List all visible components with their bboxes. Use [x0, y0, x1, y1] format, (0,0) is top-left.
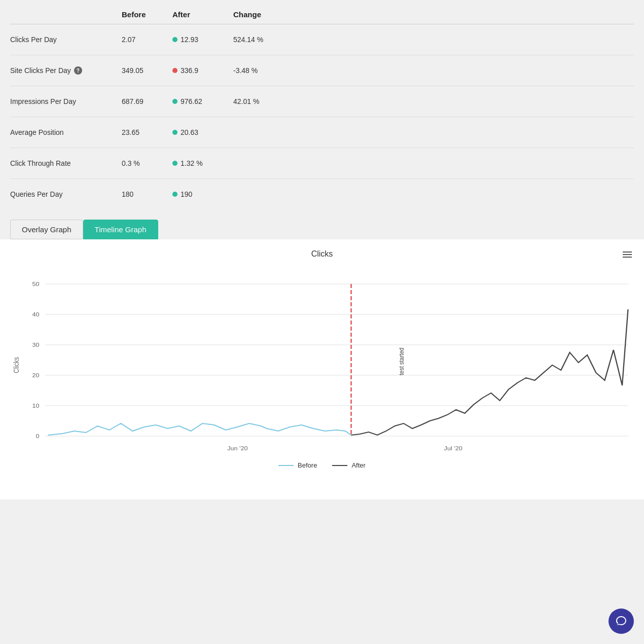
change-value: -3.48 %: [233, 66, 309, 75]
status-dot: [172, 99, 177, 104]
tabs-bar: Overlay Graph Timeline Graph: [0, 220, 644, 239]
change-value: 42.01 %: [233, 97, 309, 105]
table-header: Before After Change: [10, 5, 634, 24]
legend-before-label: Before: [298, 461, 317, 469]
status-dot: [172, 68, 177, 73]
metric-name: Queries Per Day: [10, 190, 122, 198]
before-value: 0.3 %: [122, 159, 172, 167]
header-after: After: [172, 10, 233, 19]
legend-after: After: [332, 461, 365, 469]
table-row: Impressions Per Day687.69976.6242.01 %: [10, 86, 634, 117]
menu-line-3: [623, 257, 632, 258]
after-value: 12.93: [172, 35, 233, 44]
metric-name: Clicks Per Day: [10, 35, 122, 44]
tabs-section: Overlay Graph Timeline Graph: [0, 209, 644, 239]
status-dot: [172, 161, 177, 166]
metric-name: Average Position: [10, 128, 122, 136]
before-value: 687.69: [122, 97, 172, 105]
chart-area: Clicks 0 10 20 30 40 50 Jun '20 Jul '20 …: [10, 264, 634, 456]
help-icon[interactable]: ?: [74, 66, 82, 75]
svg-text:test started: test started: [398, 348, 405, 375]
legend-before-line: [278, 465, 294, 466]
table-row: Site Clicks Per Day?349.05336.9-3.48 %: [10, 55, 634, 86]
svg-text:Clicks: Clicks: [12, 357, 20, 373]
table-row: Clicks Per Day2.0712.93524.14 %: [10, 24, 634, 55]
before-value: 349.05: [122, 66, 172, 75]
menu-line-1: [623, 252, 632, 253]
svg-text:20: 20: [32, 372, 39, 379]
svg-text:Jul '20: Jul '20: [444, 445, 463, 452]
after-value: 190: [172, 190, 233, 198]
change-value: 524.14 %: [233, 35, 309, 44]
after-value: 1.32 %: [172, 159, 233, 167]
legend-before: Before: [278, 461, 317, 469]
chart-menu-button[interactable]: [621, 249, 634, 260]
metric-name: Impressions Per Day: [10, 97, 122, 105]
stats-table: Before After Change Clicks Per Day2.0712…: [0, 0, 644, 209]
tab-overlay-graph[interactable]: Overlay Graph: [10, 220, 83, 239]
menu-line-2: [623, 254, 632, 255]
table-body: Clicks Per Day2.0712.93524.14 %Site Clic…: [10, 24, 634, 209]
chart-title-row: Clicks: [10, 249, 634, 259]
table-row: Average Position23.6520.63: [10, 117, 634, 148]
header-change: Change: [233, 10, 309, 19]
chart-legend: Before After: [10, 461, 634, 469]
after-line: [351, 309, 628, 435]
after-value: 336.9: [172, 66, 233, 75]
svg-text:30: 30: [32, 342, 39, 348]
status-dot: [172, 37, 177, 42]
svg-text:50: 50: [32, 281, 39, 288]
status-dot: [172, 130, 177, 135]
status-dot: [172, 192, 177, 197]
header-metric: [10, 10, 122, 19]
table-row: Queries Per Day180190: [10, 179, 634, 209]
table-row: Click Through Rate0.3 %1.32 %: [10, 148, 634, 179]
chart-svg: Clicks 0 10 20 30 40 50 Jun '20 Jul '20 …: [10, 264, 634, 456]
svg-text:0: 0: [35, 433, 39, 440]
after-value: 20.63: [172, 128, 233, 136]
svg-text:10: 10: [32, 403, 39, 409]
legend-after-line: [332, 465, 347, 466]
before-value: 23.65: [122, 128, 172, 136]
before-value: 180: [122, 190, 172, 198]
chart-container: Clicks Clicks 0 10 20 30 40 50 J: [0, 239, 644, 499]
after-value: 976.62: [172, 97, 233, 105]
svg-text:40: 40: [32, 311, 39, 318]
legend-after-label: After: [351, 461, 365, 469]
before-value: 2.07: [122, 35, 172, 44]
tab-timeline-graph[interactable]: Timeline Graph: [83, 220, 158, 239]
metric-name: Click Through Rate: [10, 159, 122, 167]
before-line: [48, 423, 351, 435]
metric-name: Site Clicks Per Day?: [10, 66, 122, 75]
header-before: Before: [122, 10, 172, 19]
svg-text:Jun '20: Jun '20: [227, 445, 248, 452]
chart-title: Clicks: [311, 249, 333, 259]
